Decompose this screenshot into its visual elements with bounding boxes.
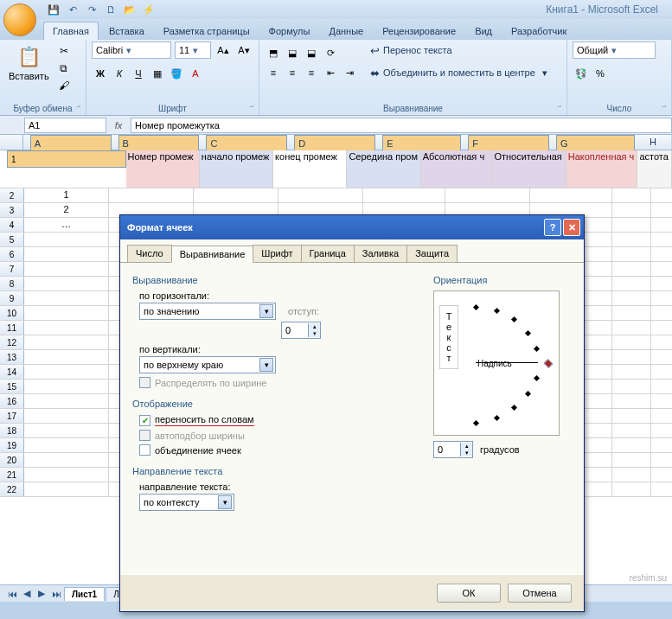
- cell[interactable]: [24, 335, 109, 349]
- row-header[interactable]: 9: [0, 291, 24, 305]
- close-button[interactable]: ✕: [563, 219, 580, 236]
- font-name-combo[interactable]: Calibri▾: [92, 41, 171, 59]
- row-header[interactable]: 4: [0, 218, 24, 232]
- row-header[interactable]: 21: [0, 468, 24, 482]
- cell[interactable]: [612, 453, 651, 467]
- col-header[interactable]: H: [635, 135, 672, 150]
- col-header[interactable]: E: [382, 135, 461, 152]
- cell[interactable]: [24, 468, 109, 482]
- cell[interactable]: [612, 468, 651, 482]
- row-header[interactable]: 13: [0, 350, 24, 364]
- row-header[interactable]: 7: [0, 262, 24, 276]
- wrap-text-button[interactable]: ↩Перенос текста: [370, 41, 547, 59]
- tab-review[interactable]: Рецензирование: [374, 22, 464, 40]
- tab-view[interactable]: Вид: [466, 22, 501, 40]
- cell[interactable]: [24, 350, 109, 364]
- cell[interactable]: [24, 233, 109, 246]
- cell[interactable]: [612, 277, 651, 290]
- cell[interactable]: [612, 247, 651, 261]
- row-header[interactable]: 16: [0, 394, 24, 408]
- select-all-corner[interactable]: [0, 135, 23, 150]
- row-header[interactable]: 17: [0, 409, 24, 423]
- cell[interactable]: [24, 291, 109, 305]
- cell[interactable]: Номер промеж: [126, 150, 200, 188]
- col-header[interactable]: G: [556, 135, 635, 152]
- cell[interactable]: [24, 277, 109, 290]
- cell[interactable]: [194, 188, 278, 202]
- open-icon[interactable]: 📂: [123, 3, 137, 16]
- row-header[interactable]: 8: [0, 277, 24, 290]
- font-size-combo[interactable]: 11▾: [175, 41, 211, 59]
- cell[interactable]: [612, 335, 651, 349]
- cell[interactable]: [612, 438, 651, 452]
- fill-color-icon[interactable]: 🪣: [168, 65, 185, 82]
- cell[interactable]: [612, 350, 651, 364]
- percent-icon[interactable]: %: [592, 65, 609, 82]
- align-middle-icon[interactable]: ⬓: [284, 44, 301, 61]
- cell[interactable]: [612, 424, 651, 437]
- align-left-icon[interactable]: ≡: [265, 64, 282, 81]
- col-header[interactable]: C: [206, 135, 287, 152]
- row-header[interactable]: 10: [0, 306, 24, 320]
- orientation-control[interactable]: Текст Надпись: [433, 290, 560, 436]
- cell[interactable]: Абсолютная ч: [421, 150, 493, 188]
- cell[interactable]: [24, 306, 109, 320]
- cell[interactable]: [612, 482, 651, 496]
- row-header[interactable]: 20: [0, 453, 24, 467]
- col-header[interactable]: D: [294, 135, 375, 152]
- sheet-nav-prev[interactable]: ◀: [20, 588, 34, 599]
- save-icon[interactable]: 💾: [47, 3, 61, 16]
- merge-cells-checkbox[interactable]: объединение ячеек: [139, 444, 433, 456]
- formula-input[interactable]: Номер промежутка: [131, 118, 672, 133]
- cell[interactable]: начало промеж: [200, 150, 273, 188]
- shrink-font-icon[interactable]: A▾: [235, 41, 253, 59]
- vertical-select[interactable]: по верхнему краю▾: [139, 356, 276, 373]
- cell[interactable]: Относительная: [492, 150, 566, 188]
- sheet-nav-first[interactable]: ⏮: [5, 589, 19, 599]
- dialog-titlebar[interactable]: Формат ячеек ? ✕: [120, 215, 584, 239]
- new-icon[interactable]: 🗋: [104, 3, 118, 16]
- cell[interactable]: астота: [637, 150, 672, 188]
- cut-icon[interactable]: ✂: [56, 43, 72, 59]
- row-header[interactable]: 5: [0, 233, 24, 246]
- format-painter-icon[interactable]: 🖌: [56, 78, 72, 93]
- row-header[interactable]: 2: [0, 188, 24, 202]
- col-header[interactable]: B: [118, 135, 200, 152]
- cell[interactable]: [24, 438, 109, 452]
- name-box[interactable]: A1: [24, 118, 106, 133]
- italic-button[interactable]: К: [111, 65, 128, 82]
- row-header[interactable]: 12: [0, 335, 24, 349]
- fx-icon[interactable]: fx: [110, 120, 127, 131]
- cell[interactable]: [612, 394, 651, 408]
- currency-icon[interactable]: 💱: [573, 65, 590, 82]
- cell[interactable]: [24, 380, 109, 393]
- cancel-button[interactable]: Отмена: [508, 584, 572, 603]
- cell[interactable]: [24, 262, 109, 276]
- row-header[interactable]: 18: [0, 424, 24, 437]
- cell[interactable]: [612, 409, 651, 423]
- tab-data[interactable]: Данные: [320, 22, 372, 40]
- grow-font-icon[interactable]: A▴: [214, 41, 232, 59]
- cell[interactable]: …: [24, 218, 109, 232]
- increase-indent-icon[interactable]: ⇥: [341, 64, 358, 81]
- cell[interactable]: [612, 306, 651, 320]
- dtab-fill[interactable]: Заливка: [354, 245, 407, 262]
- undo-icon[interactable]: ↶: [66, 3, 80, 16]
- cell[interactable]: [278, 188, 363, 202]
- col-header[interactable]: A: [30, 135, 112, 152]
- direction-select[interactable]: по контексту▾: [139, 494, 234, 511]
- wrap-text-checkbox[interactable]: ✔переносить по словам: [139, 414, 433, 426]
- cell[interactable]: [24, 453, 109, 467]
- vertical-text-button[interactable]: Текст: [439, 305, 458, 369]
- row-header[interactable]: 3: [0, 203, 24, 217]
- cell[interactable]: [24, 394, 109, 408]
- indent-spinner[interactable]: 0▴▾: [281, 322, 321, 339]
- sheet-nav-next[interactable]: ▶: [35, 588, 48, 599]
- tab-formulas[interactable]: Формулы: [260, 22, 319, 40]
- cell[interactable]: [612, 203, 651, 217]
- cell[interactable]: [612, 188, 651, 202]
- cell[interactable]: [24, 424, 109, 437]
- cell[interactable]: [24, 247, 109, 261]
- row-header[interactable]: 19: [0, 438, 24, 452]
- tab-insert[interactable]: Вставка: [100, 22, 153, 40]
